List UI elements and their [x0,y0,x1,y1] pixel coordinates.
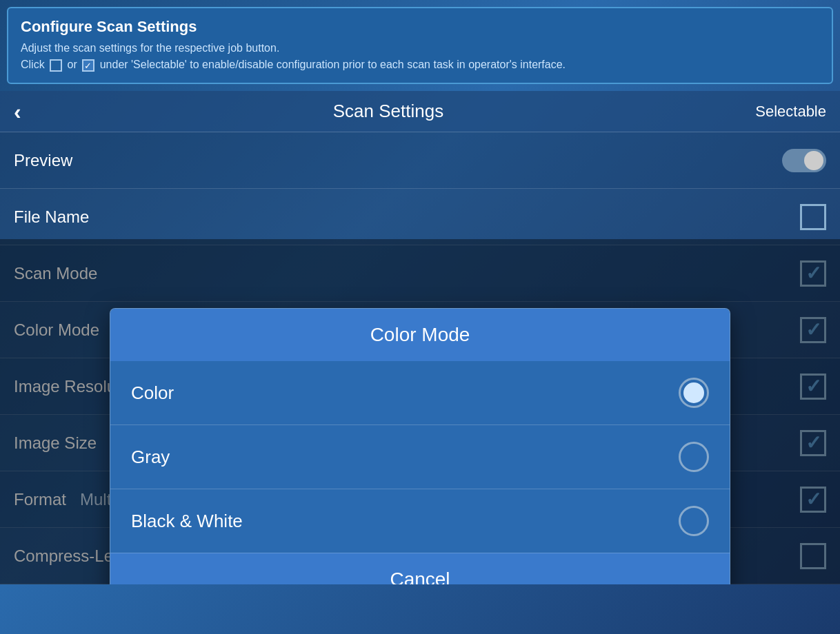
info-banner: Configure Scan Settings Adjust the scan … [7,7,833,84]
option-color-label: Color [131,382,174,404]
option-gray[interactable]: Gray [110,425,730,489]
cancel-button[interactable]: Cancel [110,553,730,584]
modal-header: Color Mode [110,309,730,361]
preview-toggle[interactable] [782,149,826,172]
filename-label: File Name [14,207,89,227]
selectable-header-label: Selectable [755,103,826,121]
option-color-radio[interactable] [679,378,709,408]
color-mode-modal: Color Mode Color Gray Black & White [110,308,730,584]
desc-line1: Adjust the scan settings for the respect… [21,42,279,54]
checkbox-unchecked-example [50,59,62,72]
click-label: Click [21,59,48,70]
modal-overlay: Color Mode Color Gray Black & White [0,239,840,584]
settings-header-title: Scan Settings [333,101,443,122]
modal-body: Color Gray Black & White [110,361,730,553]
settings-row-preview: Preview [0,132,840,189]
filename-checkbox[interactable] [800,204,826,230]
checkbox-checked-example [82,59,94,72]
settings-row-filename: File Name [0,189,840,245]
settings-header: ‹ Scan Settings Selectable [0,91,840,132]
back-button[interactable]: ‹ [14,101,21,123]
info-banner-title: Configure Scan Settings [21,18,819,36]
info-banner-desc: Adjust the scan settings for the respect… [21,40,819,73]
modal-title: Color Mode [370,324,470,345]
preview-label: Preview [14,151,72,170]
option-bw-label: Black & White [131,511,243,532]
main-content: Preview File Name Scan Mode [0,132,840,584]
option-bw[interactable]: Black & White [110,489,730,553]
or-label: or [68,59,81,70]
cancel-label: Cancel [390,569,450,584]
option-gray-radio[interactable] [679,442,709,472]
desc-line2: under 'Selectable' to enable/disable con… [100,59,566,70]
option-gray-label: Gray [131,447,170,468]
option-bw-radio[interactable] [679,506,709,536]
option-color[interactable]: Color [110,361,730,425]
